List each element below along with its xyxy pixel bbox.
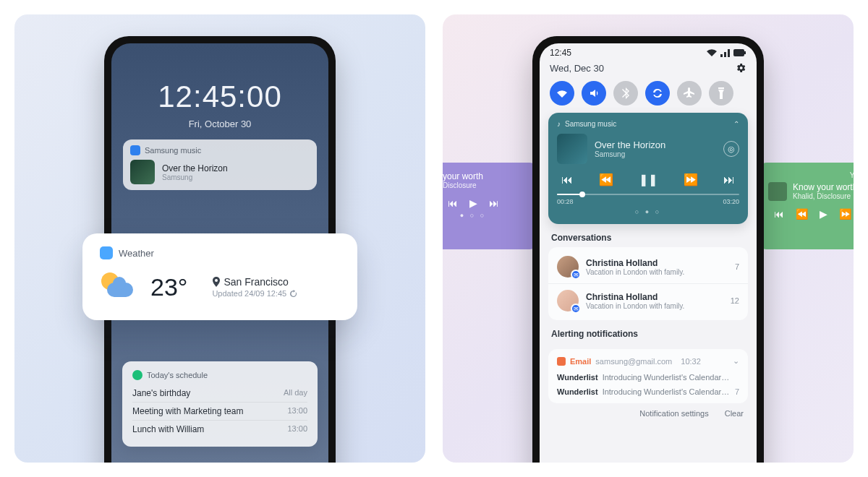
conversation-row[interactable]: ✉ Christina Holland Vacation in London w… [548, 250, 748, 283]
phone-frame: 12:45 Wed, Dec 30 [532, 36, 764, 463]
schedule-row[interactable]: Lunch with William 13:00 [132, 420, 307, 438]
lock-clock: 12:45:00 Fri, October 30 [111, 43, 328, 129]
side-widget-youtube[interactable]: YouTube Know your worth Khalid, Disclosu… [758, 163, 854, 249]
chevron-up-icon[interactable]: ⌃ [733, 120, 739, 128]
alert-line[interactable]: Wunderlist Introducing Wunderlist's Cale… [548, 370, 748, 384]
alert-addr: samsung@gmail.com [595, 357, 672, 366]
cast-icon[interactable]: ◎ [723, 141, 739, 157]
weather-card[interactable]: Weather 23° San Francisco Updated 24/09 … [82, 233, 357, 320]
conversations-label: Conversations [540, 224, 757, 247]
conversation-count: 12 [731, 296, 739, 305]
refresh-icon[interactable] [289, 290, 297, 298]
side-controls: ⏮ ⏪ ▶ ⏩ ⏭ [768, 208, 854, 220]
schedule-row-time: 13:00 [287, 406, 307, 416]
svg-rect-0 [733, 49, 744, 56]
forward-icon[interactable]: ⏩ [839, 208, 851, 220]
schedule-row-title: Lunch with William [132, 424, 204, 434]
alert-app: Email [570, 357, 591, 366]
conversation-row[interactable]: ✉ Christina Holland Vacation in London w… [548, 283, 748, 317]
clock-date: Fri, October 30 [111, 119, 328, 129]
alerts-label: Alerting notifications [540, 320, 757, 343]
schedule-row-title: Meeting with Marketing team [132, 406, 243, 416]
chevron-down-icon[interactable]: ⌄ [733, 356, 739, 366]
notification-footer: Notification settings Clear [540, 403, 757, 425]
weather-temp: 23° [150, 273, 187, 301]
progress-bar[interactable]: 00:28 03:20 [557, 194, 739, 205]
prev-icon[interactable]: ⏮ [774, 208, 784, 220]
battery-status-icon [733, 49, 746, 56]
weather-location: San Francisco [224, 276, 288, 288]
schedule-row-time: All day [284, 388, 307, 398]
weather-label: Weather [119, 248, 154, 259]
alerts-card[interactable]: Email samsung@gmail.com 10:32 ⌄ Wunderli… [548, 349, 748, 403]
calendar-app-icon [132, 370, 142, 380]
qs-wifi[interactable] [550, 81, 574, 106]
qs-sound[interactable] [582, 81, 606, 106]
clear-button[interactable]: Clear [725, 409, 744, 418]
alert-line-txt: Introducing Wunderlist's Calendar… [603, 373, 735, 382]
music-card-head: Samsung music [130, 145, 310, 155]
skip-next-icon[interactable]: ⏭ [723, 173, 735, 186]
schedule-row-time: 13:00 [287, 424, 307, 434]
side-controls: ⏮ ▶ ⏭ [443, 197, 528, 209]
qs-rotate[interactable] [645, 81, 670, 106]
play-icon[interactable]: ▶ [820, 208, 827, 220]
pause-icon[interactable]: ❚❚ [639, 173, 658, 186]
rewind-icon[interactable]: ⏪ [796, 208, 808, 220]
next-icon[interactable]: ⏭ [489, 197, 499, 209]
player-controls: ⏮ ⏪ ❚❚ ⏩ ⏭ [557, 173, 739, 186]
conversation-msg: Vacation in London with family. [586, 268, 684, 276]
music-artist: Samsung [162, 173, 228, 181]
clock-time: 12:45:00 [111, 80, 328, 114]
status-bar: 12:45 [540, 43, 757, 59]
email-app-icon [557, 357, 566, 366]
music-app-label: Samsung music [145, 146, 201, 155]
alert-line-txt: Introducing Wunderlist's Calendar… [603, 387, 731, 396]
quick-panel-screen: 12:45 Wed, Dec 30 [540, 43, 757, 463]
conversation-msg: Vacation in London with family. [586, 302, 684, 310]
chat-app-badge-icon: ✉ [571, 304, 581, 314]
chat-app-badge-icon: ✉ [571, 270, 581, 280]
side-widget-spotify[interactable]: your worth Disclosure ⏮ ▶ ⏭ ● ○ ○ [443, 163, 538, 249]
alert-line[interactable]: Wunderlist Introducing Wunderlist's Cale… [548, 384, 748, 399]
side-app-label: YouTube [768, 171, 854, 179]
schedule-label: Today's schedule [147, 371, 208, 379]
music-app-icon [130, 145, 140, 155]
settings-gear-icon[interactable] [735, 62, 746, 74]
left-panel: 12:45:00 Fri, October 30 Samsung music O… [14, 14, 425, 463]
schedule-row[interactable]: Meeting with Marketing team 13:00 [132, 402, 307, 420]
schedule-row[interactable]: Jane's birthday All day [132, 384, 307, 402]
prev-icon[interactable]: ⏮ [448, 197, 458, 209]
status-time: 12:45 [550, 48, 571, 58]
qs-airplane[interactable] [677, 81, 702, 106]
music-note-icon: ♪ [557, 120, 561, 128]
alert-line-app: Wunderlist [557, 373, 598, 382]
svg-rect-1 [744, 51, 746, 54]
pager-dots: ● ○ ○ [443, 212, 528, 219]
alert-line-count: 7 [735, 387, 739, 396]
side-artist: Khalid, Disclosure [793, 192, 854, 200]
avatar: ✉ [557, 290, 579, 311]
qs-bluetooth[interactable] [613, 81, 638, 106]
wifi-status-icon [707, 49, 717, 57]
music-player-card[interactable]: ♪ Samsung music ⌃ Over the Horizon Samsu… [548, 113, 748, 224]
right-panel: your worth Disclosure ⏮ ▶ ⏭ ● ○ ○ YouTub… [443, 14, 854, 463]
location-pin-icon [212, 277, 221, 287]
notification-settings-link[interactable]: Notification settings [639, 409, 708, 418]
player-thumbnail [557, 134, 587, 164]
rewind-icon[interactable]: ⏪ [599, 173, 613, 186]
play-icon[interactable]: ▶ [469, 197, 477, 209]
schedule-card[interactable]: Today's schedule Jane's birthday All day… [122, 361, 318, 447]
qp-header: Wed, Dec 30 [540, 59, 757, 80]
music-card[interactable]: Samsung music Over the Horizon Samsung [123, 139, 317, 190]
player-app-label: Samsung music [565, 120, 616, 128]
weather-app-icon [100, 246, 113, 259]
qs-flashlight[interactable] [709, 81, 733, 106]
forward-icon[interactable]: ⏩ [684, 173, 698, 186]
qp-date: Wed, Dec 30 [550, 63, 604, 74]
skip-prev-icon[interactable]: ⏮ [561, 173, 573, 186]
signal-status-icon [720, 49, 730, 57]
weather-updated: Updated 24/09 12:45 [212, 289, 286, 298]
alert-line-app: Wunderlist [557, 387, 598, 396]
quick-settings [540, 80, 757, 113]
